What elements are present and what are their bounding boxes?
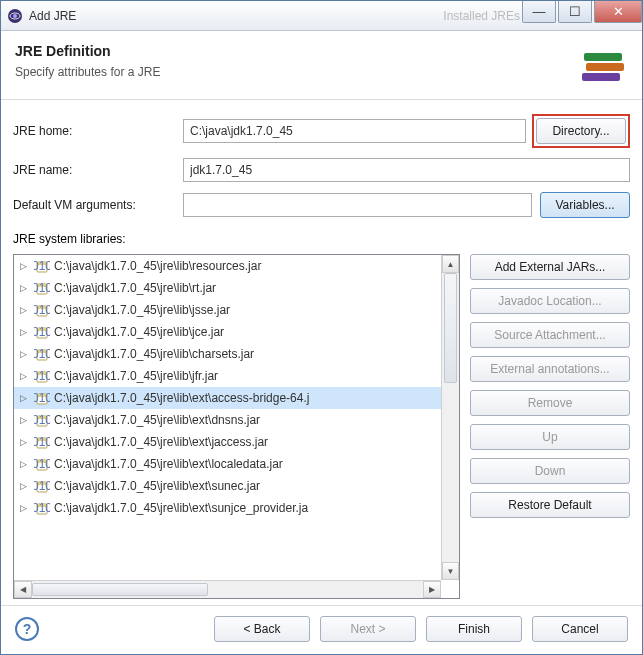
finish-button[interactable]: Finish <box>426 616 522 642</box>
svg-text:010: 010 <box>34 413 50 427</box>
variables-button[interactable]: Variables... <box>540 192 630 218</box>
remove-button[interactable]: Remove <box>470 390 630 416</box>
jre-name-input[interactable] <box>183 158 630 182</box>
restore-default-button[interactable]: Restore Default <box>470 492 630 518</box>
tree-row[interactable]: ▷010C:\java\jdk1.7.0_45\jre\lib\jfr.jar <box>14 365 441 387</box>
titlebar: Add JRE Installed JREs — ☐ ✕ <box>1 1 642 31</box>
expand-icon[interactable]: ▷ <box>20 415 32 425</box>
tree-row[interactable]: ▷010C:\java\jdk1.7.0_45\jre\lib\ext\sunj… <box>14 497 441 519</box>
tree-row[interactable]: ▷010C:\java\jdk1.7.0_45\jre\lib\ext\jacc… <box>14 431 441 453</box>
window-title: Add JRE <box>29 9 423 23</box>
tree-item-path: C:\java\jdk1.7.0_45\jre\lib\ext\localeda… <box>54 457 283 471</box>
system-libraries-tree[interactable]: ▷010C:\java\jdk1.7.0_45\jre\lib\resource… <box>13 254 460 599</box>
add-jre-dialog: Add JRE Installed JREs — ☐ ✕ JRE Definit… <box>0 0 643 655</box>
tree-item-path: C:\java\jdk1.7.0_45\jre\lib\rt.jar <box>54 281 216 295</box>
header-heading: JRE Definition <box>15 43 160 59</box>
tree-row[interactable]: ▷010C:\java\jdk1.7.0_45\jre\lib\jce.jar <box>14 321 441 343</box>
tree-row[interactable]: ▷010C:\java\jdk1.7.0_45\jre\lib\resource… <box>14 255 441 277</box>
maximize-button[interactable]: ☐ <box>558 1 592 23</box>
jar-icon: 010 <box>34 434 50 450</box>
svg-text:010: 010 <box>34 479 50 493</box>
svg-text:010: 010 <box>34 259 50 273</box>
tree-item-path: C:\java\jdk1.7.0_45\jre\lib\jfr.jar <box>54 369 218 383</box>
window-controls: — ☐ ✕ <box>520 1 642 30</box>
up-button[interactable]: Up <box>470 424 630 450</box>
jar-icon: 010 <box>34 412 50 428</box>
svg-text:010: 010 <box>34 501 50 515</box>
expand-icon[interactable]: ▷ <box>20 437 32 447</box>
svg-text:010: 010 <box>34 435 50 449</box>
expand-icon[interactable]: ▷ <box>20 261 32 271</box>
expand-icon[interactable]: ▷ <box>20 459 32 469</box>
next-button[interactable]: Next > <box>320 616 416 642</box>
jar-icon: 010 <box>34 390 50 406</box>
tree-row[interactable]: ▷010C:\java\jdk1.7.0_45\jre\lib\ext\sune… <box>14 475 441 497</box>
expand-icon[interactable]: ▷ <box>20 283 32 293</box>
wizard-footer: ? < Back Next > Finish Cancel <box>1 605 642 654</box>
sys-libs-label: JRE system libraries: <box>13 232 630 246</box>
scroll-left-icon[interactable]: ◀ <box>14 581 32 598</box>
tree-item-path: C:\java\jdk1.7.0_45\jre\lib\ext\sunjce_p… <box>54 501 308 515</box>
expand-icon[interactable]: ▷ <box>20 371 32 381</box>
tree-row[interactable]: ▷010C:\java\jdk1.7.0_45\jre\lib\ext\acce… <box>14 387 441 409</box>
tree-item-path: C:\java\jdk1.7.0_45\jre\lib\charsets.jar <box>54 347 254 361</box>
horizontal-scrollbar[interactable]: ◀ ▶ <box>14 580 441 598</box>
cancel-button[interactable]: Cancel <box>532 616 628 642</box>
back-button[interactable]: < Back <box>214 616 310 642</box>
tree-item-path: C:\java\jdk1.7.0_45\jre\lib\ext\access-b… <box>54 391 309 405</box>
vscroll-thumb[interactable] <box>444 273 457 383</box>
expand-icon[interactable]: ▷ <box>20 349 32 359</box>
tree-row[interactable]: ▷010C:\java\jdk1.7.0_45\jre\lib\rt.jar <box>14 277 441 299</box>
tree-row[interactable]: ▷010C:\java\jdk1.7.0_45\jre\lib\jsse.jar <box>14 299 441 321</box>
svg-point-2 <box>13 14 17 18</box>
expand-icon[interactable]: ▷ <box>20 305 32 315</box>
help-icon[interactable]: ? <box>15 617 39 641</box>
svg-text:010: 010 <box>34 303 50 317</box>
svg-text:010: 010 <box>34 369 50 383</box>
jre-home-input[interactable] <box>183 119 526 143</box>
expand-icon[interactable]: ▷ <box>20 393 32 403</box>
jar-icon: 010 <box>34 324 50 340</box>
source-attachment-button[interactable]: Source Attachment... <box>470 322 630 348</box>
jar-icon: 010 <box>34 302 50 318</box>
tree-item-path: C:\java\jdk1.7.0_45\jre\lib\ext\sunec.ja… <box>54 479 260 493</box>
tree-row[interactable]: ▷010C:\java\jdk1.7.0_45\jre\lib\ext\loca… <box>14 453 441 475</box>
scroll-up-icon[interactable]: ▲ <box>442 255 459 273</box>
wizard-body: JRE home: Directory... JRE name: Default… <box>1 100 642 605</box>
minimize-button[interactable]: — <box>522 1 556 23</box>
window-title-faded: Installed JREs <box>443 9 520 23</box>
svg-rect-3 <box>584 53 622 61</box>
hscroll-thumb[interactable] <box>32 583 208 596</box>
jre-name-label: JRE name: <box>13 163 183 177</box>
tree-row[interactable]: ▷010C:\java\jdk1.7.0_45\jre\lib\charsets… <box>14 343 441 365</box>
scroll-right-icon[interactable]: ▶ <box>423 581 441 598</box>
tree-row[interactable]: ▷010C:\java\jdk1.7.0_45\jre\lib\ext\dnsn… <box>14 409 441 431</box>
jar-icon: 010 <box>34 368 50 384</box>
tree-item-path: C:\java\jdk1.7.0_45\jre\lib\resources.ja… <box>54 259 261 273</box>
jar-icon: 010 <box>34 500 50 516</box>
svg-text:010: 010 <box>34 457 50 471</box>
wizard-header: JRE Definition Specify attributes for a … <box>1 31 642 100</box>
header-subtitle: Specify attributes for a JRE <box>15 65 160 79</box>
down-button[interactable]: Down <box>470 458 630 484</box>
svg-rect-4 <box>586 63 624 71</box>
svg-text:010: 010 <box>34 281 50 295</box>
vm-args-input[interactable] <box>183 193 532 217</box>
scroll-down-icon[interactable]: ▼ <box>442 562 459 580</box>
expand-icon[interactable]: ▷ <box>20 327 32 337</box>
close-button[interactable]: ✕ <box>594 1 642 23</box>
jar-icon: 010 <box>34 478 50 494</box>
tree-item-path: C:\java\jdk1.7.0_45\jre\lib\jce.jar <box>54 325 224 339</box>
expand-icon[interactable]: ▷ <box>20 481 32 491</box>
add-external-jars-button[interactable]: Add External JARs... <box>470 254 630 280</box>
external-annotations-button[interactable]: External annotations... <box>470 356 630 382</box>
svg-rect-5 <box>582 73 620 81</box>
vm-args-label: Default VM arguments: <box>13 198 183 212</box>
vertical-scrollbar[interactable]: ▲ ▼ <box>441 255 459 580</box>
directory-button[interactable]: Directory... <box>536 118 626 144</box>
jre-home-label: JRE home: <box>13 124 183 138</box>
tree-item-path: C:\java\jdk1.7.0_45\jre\lib\ext\dnsns.ja… <box>54 413 260 427</box>
expand-icon[interactable]: ▷ <box>20 503 32 513</box>
library-buttons: Add External JARs... Javadoc Location...… <box>470 254 630 599</box>
javadoc-location-button[interactable]: Javadoc Location... <box>470 288 630 314</box>
